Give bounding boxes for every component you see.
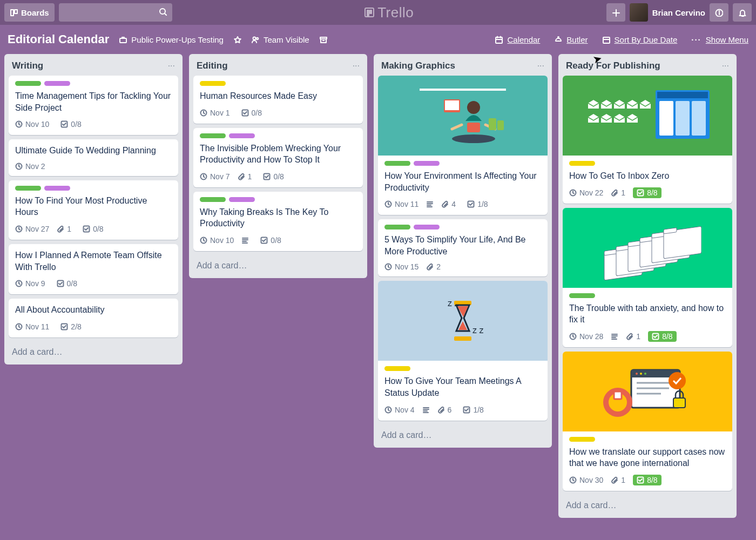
card[interactable]: How Your Environment Is Affecting Your P… — [378, 76, 548, 215]
card-badges: Nov 1141/8 — [384, 199, 541, 210]
card-badges: Nov 152 — [384, 262, 541, 271]
cards-container: How To Get To Inbox ZeroNov 2218/8The Tr… — [558, 76, 737, 494]
board-title[interactable]: Editorial Calendar — [8, 32, 109, 46]
attachment-badge: 6 — [437, 406, 452, 414]
svg-rect-103 — [614, 392, 622, 399]
card[interactable]: How we translate our support cases now t… — [563, 352, 732, 491]
info-button[interactable] — [710, 3, 728, 22]
butler-link[interactable]: Butler — [566, 35, 588, 44]
card-label — [414, 161, 440, 166]
description-badge — [426, 200, 434, 208]
list-title[interactable]: Ready For Publishing — [566, 60, 660, 71]
svg-point-100 — [669, 372, 686, 389]
card[interactable]: Human Resources Made EasyNov 10/8 — [193, 76, 363, 124]
svg-rect-60 — [454, 336, 471, 341]
card-title: All About Accountability — [15, 304, 172, 316]
list-menu-button[interactable]: ··· — [353, 61, 360, 71]
user-name: Brian Cervino — [652, 8, 705, 17]
card-badges: Nov 100/8 — [15, 119, 172, 130]
card[interactable]: The Trouble with tab anxiety, and how to… — [563, 208, 732, 347]
card[interactable]: How I Planned A Remote Team Offsite With… — [9, 244, 178, 294]
boards-button[interactable]: Boards — [4, 3, 55, 22]
card-cover — [563, 352, 732, 431]
sort-button[interactable]: Sort By Due Date — [602, 35, 678, 44]
calendar-button[interactable]: Calendar — [495, 35, 540, 44]
checklist-badge: 8/8 — [633, 475, 661, 485]
card-label — [414, 225, 440, 230]
due-date-badge: Nov 10 — [200, 236, 234, 245]
sort-link[interactable]: Sort By Due Date — [615, 35, 678, 44]
card[interactable]: 5 Ways To Simplify Your Life, And Be Mor… — [378, 219, 548, 276]
list-menu-button[interactable]: ··· — [537, 61, 544, 71]
list-menu-button[interactable]: ··· — [722, 61, 729, 71]
card[interactable]: Why Taking Breaks Is The Key To Producti… — [193, 192, 363, 251]
card-labels — [384, 161, 541, 166]
card[interactable]: Time Management Tips for Tackling Your S… — [9, 76, 178, 135]
description-badge — [422, 406, 430, 414]
due-date-badge: Nov 11 — [384, 200, 418, 208]
board: Writing···Time Management Tips for Tackl… — [0, 54, 756, 540]
due-date-badge: Nov 11 — [15, 322, 49, 331]
card-title: Human Resources Made Easy — [200, 90, 356, 102]
due-date-badge: Nov 9 — [15, 279, 45, 288]
card[interactable]: How To Get To Inbox ZeroNov 2218/8 — [563, 76, 732, 204]
card-label — [569, 437, 595, 442]
card-title: How we translate our support cases now t… — [569, 446, 726, 469]
search-input[interactable] — [59, 3, 172, 22]
description-badge — [611, 333, 618, 340]
svg-point-10 — [253, 37, 255, 39]
due-date-badge: Nov 15 — [384, 262, 418, 271]
butler-button[interactable]: Butler — [554, 35, 588, 44]
list: Writing···Time Management Tips for Tackl… — [4, 54, 183, 364]
add-card-button[interactable]: Add a card… — [189, 254, 367, 278]
add-card-button[interactable]: Add a card… — [4, 341, 183, 364]
card-label — [569, 293, 595, 298]
visibility-label: Team Visible — [264, 35, 309, 44]
due-date-badge: Nov 30 — [569, 476, 603, 484]
calendar-link[interactable]: Calendar — [507, 35, 540, 44]
due-date-badge: Nov 22 — [569, 188, 603, 197]
list-title[interactable]: Writing — [12, 60, 43, 71]
card-labels — [15, 186, 172, 191]
card[interactable]: All About AccountabilityNov 112/8 — [9, 299, 178, 338]
svg-point-8 — [719, 11, 720, 11]
notifications-button[interactable] — [733, 3, 752, 22]
card[interactable]: How To Find Your Most Productive HoursNo… — [9, 180, 178, 240]
svg-rect-70 — [676, 101, 690, 136]
list-header: Writing··· — [4, 54, 183, 76]
svg-rect-21 — [603, 37, 610, 43]
star-button[interactable] — [233, 36, 241, 44]
archive-icon — [319, 36, 327, 44]
due-date-badge: Nov 2 — [15, 162, 45, 171]
card-label — [200, 133, 226, 138]
due-date-badge: Nov 7 — [200, 172, 230, 181]
boards-icon — [10, 9, 18, 17]
due-date-badge: Nov 10 — [15, 120, 49, 129]
add-card-button[interactable]: Add a card… — [558, 494, 737, 518]
show-menu-button[interactable]: ··· Show Menu — [691, 35, 748, 44]
avatar[interactable] — [630, 3, 648, 22]
add-card-button[interactable]: Add a card… — [374, 424, 552, 448]
card[interactable]: z zz zHow To Give Your Team Meetings A S… — [378, 281, 548, 420]
archive-button[interactable] — [319, 36, 327, 44]
list-title[interactable]: Editing — [197, 60, 228, 71]
svg-rect-71 — [692, 101, 706, 136]
card-labels — [15, 81, 172, 86]
card-badges: Nov 710/8 — [200, 171, 356, 182]
plus-icon — [612, 9, 620, 17]
card[interactable]: Ultimate Guide To Wedding PlanningNov 2 — [9, 139, 178, 176]
trello-logo-icon — [364, 8, 374, 17]
card-labels — [384, 366, 541, 371]
card[interactable]: The Invisible Problem Wrecking Your Prod… — [193, 128, 363, 187]
list-title[interactable]: Making Graphics — [381, 60, 455, 71]
svg-rect-69 — [659, 101, 673, 136]
create-button[interactable] — [606, 3, 625, 22]
org-button[interactable]: Public Power-Ups Testing — [119, 35, 224, 44]
due-date-badge: Nov 27 — [15, 225, 49, 233]
visibility-button[interactable]: Team Visible — [251, 35, 309, 44]
show-menu-link[interactable]: Show Menu — [706, 35, 748, 44]
list-menu-button[interactable]: ··· — [168, 61, 175, 71]
list-header: Making Graphics··· — [374, 54, 552, 76]
card-cover: z zz z — [378, 281, 548, 361]
svg-point-45 — [467, 101, 480, 114]
